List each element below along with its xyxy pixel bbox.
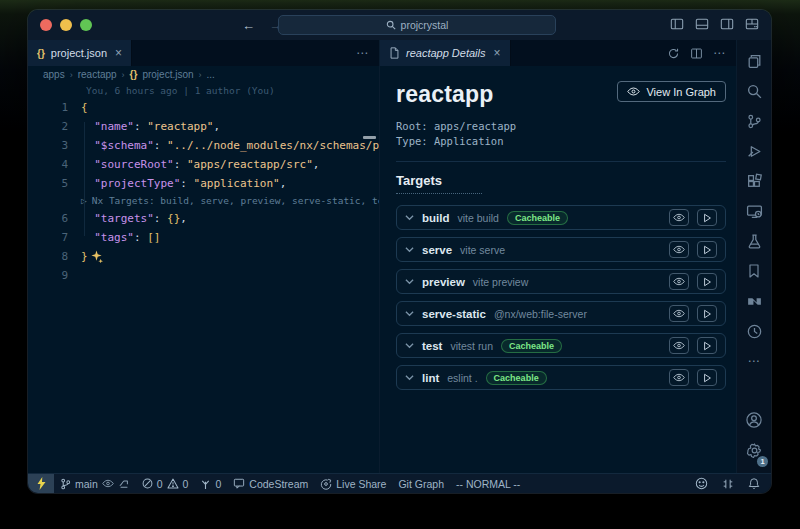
line-number: 7 bbox=[28, 228, 68, 247]
chevron-down-icon[interactable] bbox=[405, 278, 414, 285]
view-in-graph-button[interactable]: View In Graph bbox=[617, 81, 726, 102]
search-icon bbox=[386, 20, 396, 30]
more-views-icon[interactable]: ⋯ bbox=[737, 346, 771, 376]
close-window-button[interactable] bbox=[40, 19, 52, 31]
feedback-status[interactable] bbox=[688, 474, 715, 493]
testing-beaker-icon[interactable] bbox=[737, 226, 771, 256]
warning-count: 0 bbox=[183, 478, 189, 490]
play-icon bbox=[703, 373, 712, 383]
run-target-button[interactable] bbox=[697, 305, 717, 322]
show-target-config-button[interactable] bbox=[669, 369, 689, 386]
run-target-button[interactable] bbox=[697, 209, 717, 226]
zoom-window-button[interactable] bbox=[80, 19, 92, 31]
misc-indicator-icon bbox=[722, 478, 734, 490]
codestream-label: CodeStream bbox=[249, 478, 308, 490]
show-target-config-button[interactable] bbox=[669, 241, 689, 258]
code-editor[interactable]: You, 6 hours ago | 1 author (You)1{2 "na… bbox=[28, 83, 379, 473]
tab-label: project.json bbox=[51, 47, 107, 59]
more-actions-icon[interactable]: ⋯ bbox=[356, 46, 369, 60]
remote-explorer-icon[interactable] bbox=[737, 196, 771, 226]
settings-gear-icon[interactable]: 1 bbox=[737, 435, 771, 465]
overview-ruler-marker[interactable] bbox=[363, 136, 376, 139]
target-row[interactable]: preview vite preview bbox=[396, 269, 726, 294]
eye-icon bbox=[673, 213, 685, 222]
codestream-status[interactable]: CodeStream bbox=[227, 474, 314, 493]
target-executor: vite build bbox=[457, 212, 498, 224]
refresh-icon[interactable] bbox=[667, 47, 680, 60]
chevron-down-icon[interactable] bbox=[405, 246, 414, 253]
customize-layout-icon[interactable] bbox=[745, 17, 759, 31]
target-executor: vitest run bbox=[450, 340, 493, 352]
chevron-down-icon[interactable] bbox=[405, 214, 414, 221]
eye-icon bbox=[673, 341, 685, 350]
show-target-config-button[interactable] bbox=[669, 209, 689, 226]
nx-console-icon[interactable] bbox=[737, 286, 771, 316]
git-branch-status[interactable]: main bbox=[54, 474, 136, 493]
target-name: serve-static bbox=[422, 308, 486, 320]
split-editor-icon[interactable] bbox=[690, 47, 703, 60]
chevron-down-icon[interactable] bbox=[405, 374, 414, 381]
breadcrumb-item-symbol[interactable]: ... bbox=[207, 69, 215, 80]
left-tab-bar: {} project.json × ⋯ bbox=[28, 40, 379, 66]
breadcrumb-item-reactapp[interactable]: reactapp bbox=[78, 69, 117, 80]
toggle-secondary-sidebar-icon[interactable] bbox=[720, 17, 734, 31]
run-target-button[interactable] bbox=[697, 369, 717, 386]
tab-project-json[interactable]: {} project.json × bbox=[28, 40, 132, 66]
more-actions-icon[interactable]: ⋯ bbox=[713, 46, 726, 60]
target-row[interactable]: lint eslint . Cacheable bbox=[396, 365, 726, 390]
target-name: test bbox=[422, 340, 442, 352]
target-row[interactable]: build vite build Cacheable bbox=[396, 205, 726, 230]
source-control-icon[interactable] bbox=[737, 106, 771, 136]
target-row[interactable]: serve vite serve bbox=[396, 237, 726, 262]
show-target-config-button[interactable] bbox=[669, 305, 689, 322]
targets-heading: Targets bbox=[396, 173, 726, 188]
problems-status[interactable]: 0 0 bbox=[136, 474, 195, 493]
show-target-config-button[interactable] bbox=[669, 273, 689, 290]
tab-close-icon[interactable]: × bbox=[115, 46, 122, 60]
todo-tree-status[interactable]: 0 bbox=[194, 474, 227, 493]
vim-mode-status[interactable]: -- NORMAL -- bbox=[450, 474, 526, 493]
chevron-down-icon[interactable] bbox=[405, 310, 414, 317]
notifications-status[interactable] bbox=[741, 474, 767, 493]
line-number: 2 bbox=[28, 117, 68, 136]
breadcrumb-item-file[interactable]: project.json bbox=[142, 69, 193, 80]
target-name: lint bbox=[422, 372, 439, 384]
remote-indicator[interactable] bbox=[28, 474, 54, 493]
tab-close-icon[interactable]: × bbox=[494, 46, 501, 60]
chevron-right-icon: › bbox=[199, 70, 202, 80]
timeline-icon[interactable] bbox=[737, 316, 771, 346]
line-number: 8 bbox=[28, 247, 68, 266]
code-line: 4 "sourceRoot": "apps/reactapp/src", bbox=[28, 155, 379, 174]
bookmarks-icon[interactable] bbox=[737, 256, 771, 286]
target-row[interactable]: serve-static @nx/web:file-server bbox=[396, 301, 726, 326]
explorer-icon[interactable] bbox=[737, 46, 771, 76]
nx-targets-codelens[interactable]: ▷Nx Targets: build, serve, preview, serv… bbox=[28, 193, 379, 209]
chevron-down-icon[interactable] bbox=[405, 342, 414, 349]
history-back-button[interactable]: ← bbox=[242, 18, 255, 33]
command-center-search[interactable]: projcrystal bbox=[278, 15, 556, 35]
project-details-panel: reactapp View In Graph Root: apps/reacta… bbox=[380, 66, 736, 473]
run-target-button[interactable] bbox=[697, 273, 717, 290]
live-share-status[interactable]: Live Share bbox=[314, 474, 392, 493]
git-graph-status[interactable]: Git Graph bbox=[392, 474, 450, 493]
code-line: 1{ bbox=[28, 98, 379, 117]
minimize-window-button[interactable] bbox=[60, 19, 72, 31]
show-target-config-button[interactable] bbox=[669, 337, 689, 354]
breadcrumb-item-apps[interactable]: apps bbox=[43, 69, 65, 80]
run-debug-icon[interactable] bbox=[737, 136, 771, 166]
search-icon[interactable] bbox=[737, 76, 771, 106]
status-bar: main 0 0 0 CodeStream Live Share Git Gra… bbox=[28, 473, 771, 493]
line-number: 1 bbox=[28, 98, 68, 117]
toggle-panel-icon[interactable] bbox=[695, 17, 709, 31]
misc-indicator-status[interactable] bbox=[715, 474, 741, 493]
git-branch-icon bbox=[60, 478, 71, 490]
extensions-icon[interactable] bbox=[737, 166, 771, 196]
tab-reactapp-details[interactable]: reactapp Details × bbox=[380, 40, 511, 66]
divider bbox=[396, 161, 726, 162]
gitlens-compare-icon bbox=[118, 478, 130, 489]
toggle-primary-sidebar-icon[interactable] bbox=[670, 17, 684, 31]
run-target-button[interactable] bbox=[697, 337, 717, 354]
account-icon[interactable] bbox=[737, 405, 771, 435]
target-row[interactable]: test vitest run Cacheable bbox=[396, 333, 726, 358]
run-target-button[interactable] bbox=[697, 241, 717, 258]
